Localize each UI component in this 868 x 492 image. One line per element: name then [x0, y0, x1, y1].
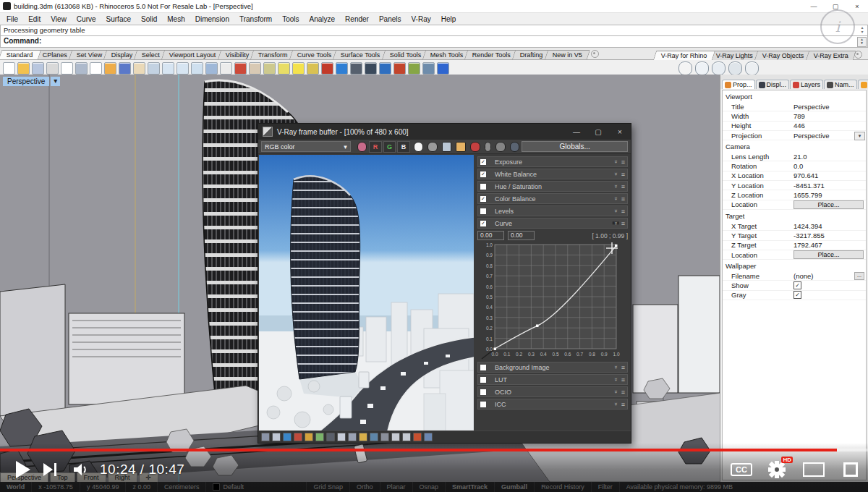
expand-icon[interactable]: » — [613, 172, 619, 175]
render-teapot-icon[interactable] — [695, 62, 709, 75]
correction-lut[interactable]: LUT»≡ — [477, 374, 628, 385]
toolbar-gear-icon[interactable] — [591, 50, 599, 58]
white-balance-checkbox[interactable]: ✓ — [480, 171, 486, 177]
globals-button[interactable]: Globals... — [522, 141, 628, 152]
lut-checkbox[interactable] — [480, 377, 486, 383]
red-channel-button[interactable]: R — [369, 141, 381, 153]
collapse-icon[interactable]: » — [613, 221, 619, 224]
settings-button[interactable]: HD — [768, 461, 786, 478]
pin-icon[interactable] — [485, 142, 492, 152]
menu-icon[interactable]: ≡ — [621, 183, 625, 190]
correction-curve[interactable]: ✓Curve»≡ — [477, 218, 628, 229]
restore-button[interactable]: ▢ — [825, 3, 846, 10]
menu-solid[interactable]: Solid — [136, 15, 162, 23]
vfb-bottom-icon[interactable] — [326, 433, 335, 441]
close-button[interactable]: × — [846, 3, 868, 10]
menu-dimension[interactable]: Dimension — [190, 15, 234, 23]
levels-checkbox[interactable] — [480, 208, 486, 214]
menu-icon[interactable]: ≡ — [621, 376, 625, 383]
expand-icon[interactable]: » — [613, 365, 619, 368]
blue-channel-button[interactable]: B — [397, 141, 409, 153]
expand-icon[interactable]: » — [613, 402, 619, 405]
vfb-bottom-icon[interactable] — [272, 433, 281, 441]
zoom-window-icon[interactable] — [191, 62, 203, 75]
menu-icon[interactable]: ≡ — [621, 158, 625, 166]
menu-vray[interactable]: V-Ray — [407, 15, 436, 23]
hue-saturation-checkbox[interactable] — [480, 184, 486, 190]
expand-icon[interactable]: » — [613, 390, 619, 393]
vfb-bottom-icon[interactable] — [402, 433, 411, 441]
menu-transform[interactable]: Transform — [234, 15, 277, 23]
projection-dropdown[interactable]: ▾ — [854, 132, 865, 140]
move-icon[interactable] — [148, 62, 160, 75]
menu-render[interactable]: Render — [340, 15, 374, 23]
expand-icon[interactable]: » — [613, 378, 619, 381]
command-history[interactable]: Processing geometry table ▴▾ — [0, 25, 868, 36]
popup-toolbar-icon[interactable] — [422, 62, 435, 75]
menu-icon[interactable]: ≡ — [621, 195, 625, 203]
target-place-button[interactable]: Place... — [793, 250, 864, 259]
vfb-bottom-icon[interactable] — [261, 433, 270, 441]
play-button[interactable] — [16, 461, 30, 478]
vfb-bottom-icon[interactable] — [370, 433, 378, 441]
curve-y-input[interactable]: 0.00 — [508, 231, 535, 240]
vfb-bottom-icon[interactable] — [337, 433, 346, 441]
sphere-icon[interactable] — [336, 62, 348, 75]
tab-layers[interactable]: Layers — [790, 80, 823, 89]
expand-icon[interactable]: » — [613, 209, 619, 212]
correction-icc[interactable]: ICC»≡ — [477, 399, 628, 410]
exposure-checkbox[interactable]: ✓ — [480, 159, 486, 165]
correction-ocio[interactable]: OCIO»≡ — [477, 386, 628, 397]
boolean-icon[interactable] — [321, 62, 333, 75]
vfb-bottom-icon[interactable] — [348, 433, 357, 441]
minimize-button[interactable]: — — [803, 3, 825, 10]
menu-tools[interactable]: Tools — [277, 15, 304, 23]
save-image-icon[interactable] — [442, 142, 452, 152]
curve-editor[interactable]: 1.0 0.9 0.8 0.7 0.6 0.5 0.4 0.3 0.2 0.1 … — [477, 242, 622, 360]
menu-file[interactable]: File — [1, 15, 23, 23]
menu-mesh[interactable]: Mesh — [162, 15, 190, 23]
expand-icon[interactable]: » — [613, 160, 619, 163]
color-correction-icon[interactable] — [357, 142, 367, 152]
vfb-maximize-button[interactable]: ▢ — [587, 128, 609, 136]
vray-tab-objects[interactable]: V-Ray Objects — [754, 51, 812, 60]
tab-sun[interactable]: Sun — [858, 80, 868, 89]
vray-tab-extra[interactable]: V-Ray Extra — [806, 51, 856, 60]
background-image-checkbox[interactable] — [480, 365, 486, 370]
open-image-icon[interactable] — [456, 142, 466, 152]
curve-checkbox[interactable]: ✓ — [480, 221, 486, 226]
help-icon[interactable] — [437, 62, 449, 75]
toolbar-tab-new-in-v5[interactable]: New in V5 — [545, 50, 590, 59]
command-spinner[interactable]: ▴▾ — [857, 37, 867, 47]
vfb-bottom-icon[interactable] — [391, 433, 400, 441]
next-button[interactable] — [43, 463, 56, 476]
color-balance-checkbox[interactable]: ✓ — [480, 196, 486, 202]
zoom-rotate-icon[interactable] — [205, 62, 218, 75]
cut-icon[interactable] — [75, 62, 88, 75]
show-checkbox[interactable]: ✓ — [793, 281, 801, 289]
cplane-icon[interactable] — [263, 62, 276, 75]
volume-icon[interactable] — [72, 462, 90, 478]
save-icon[interactable] — [32, 62, 44, 75]
globe-icon[interactable] — [379, 62, 391, 75]
video-progress-bar[interactable] — [0, 449, 868, 451]
curve-x-input[interactable]: 0.00 — [477, 231, 504, 240]
correction-color-balance[interactable]: ✓Color Balance»≡ — [477, 193, 628, 204]
menu-icon[interactable]: ≡ — [621, 208, 625, 215]
menu-icon[interactable]: ≡ — [621, 220, 625, 227]
lock-icon[interactable] — [307, 62, 319, 75]
expand-icon[interactable]: » — [613, 197, 619, 200]
properties-page-icon[interactable] — [61, 62, 73, 75]
gray-checkbox[interactable]: ✓ — [793, 291, 801, 299]
zoom-in-icon[interactable] — [162, 62, 174, 75]
undo-icon[interactable] — [119, 62, 131, 75]
correction-exposure[interactable]: ✓Exposure»≡ — [477, 156, 628, 167]
history-scroll-arrows[interactable]: ▴▾ — [858, 25, 867, 34]
vfb-close-button[interactable]: × — [609, 128, 631, 136]
gray-sphere-icon[interactable] — [427, 142, 438, 152]
toolbar-tab-curve-tools[interactable]: Curve Tools — [289, 50, 340, 59]
visibility-icon[interactable] — [234, 62, 247, 75]
vfb-bottom-icon[interactable] — [283, 433, 292, 441]
captions-button[interactable]: CC — [731, 463, 752, 476]
pan-hand-icon[interactable] — [133, 62, 145, 75]
